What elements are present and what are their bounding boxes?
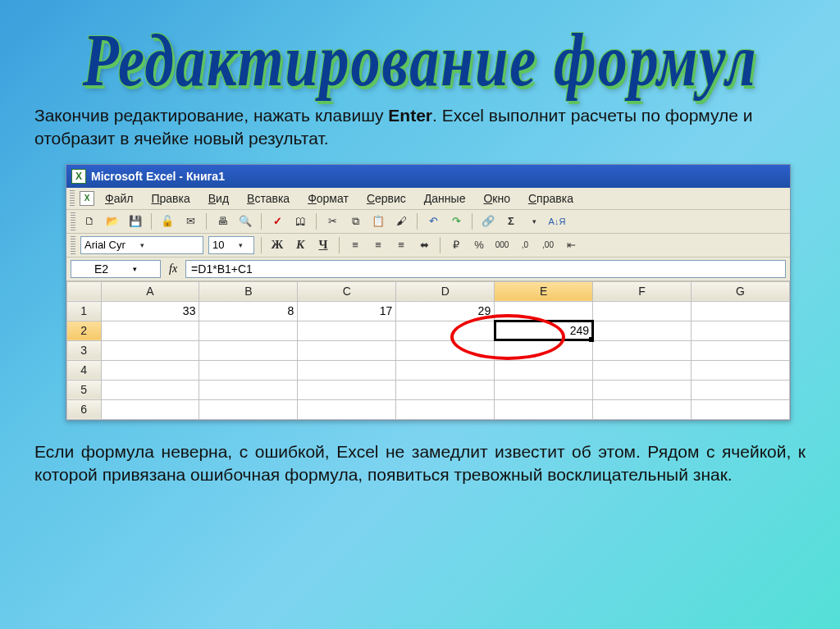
cell[interactable] <box>495 380 593 399</box>
cell[interactable] <box>298 399 396 419</box>
row-header-4[interactable]: 4 <box>67 360 102 380</box>
row-header-3[interactable]: 3 <box>67 340 102 360</box>
hyperlink-icon[interactable]: 🔗 <box>479 212 497 230</box>
menu-file[interactable]: Файл <box>98 190 140 207</box>
menu-data[interactable]: Данные <box>417 190 473 207</box>
cell[interactable] <box>593 399 692 419</box>
toolbar-grip[interactable] <box>71 212 75 230</box>
cell[interactable] <box>692 380 790 399</box>
paste-icon[interactable]: 📋 <box>369 212 387 230</box>
open-icon[interactable]: 📂 <box>103 212 121 230</box>
undo-icon[interactable]: ↶ <box>424 212 442 230</box>
cell[interactable] <box>298 360 396 380</box>
cell[interactable] <box>593 360 692 380</box>
cell-A3[interactable] <box>101 340 199 360</box>
autosum-icon[interactable]: Σ <box>502 212 520 230</box>
cell[interactable] <box>593 340 692 360</box>
preview-icon[interactable]: 🔍 <box>236 212 254 230</box>
align-center-icon[interactable]: ≡ <box>369 236 387 254</box>
mail-icon[interactable]: ✉ <box>181 212 199 230</box>
cell-F2[interactable] <box>593 321 692 340</box>
research-icon[interactable]: 🕮 <box>291 212 309 230</box>
control-menu-icon[interactable]: X <box>80 191 94 206</box>
cell-C1[interactable]: 17 <box>298 301 396 321</box>
menu-insert[interactable]: Вставка <box>240 190 297 207</box>
cell[interactable] <box>199 340 298 360</box>
menubar-grip[interactable] <box>70 190 75 207</box>
menu-tools[interactable]: Сервис <box>359 190 413 207</box>
fmtbar-grip[interactable] <box>71 236 75 254</box>
cell[interactable] <box>495 399 593 419</box>
copy-icon[interactable]: ⧉ <box>346 212 364 230</box>
cell[interactable] <box>495 360 593 380</box>
cell-B1[interactable]: 8 <box>199 301 298 321</box>
cell[interactable] <box>199 360 298 380</box>
cut-icon[interactable]: ✂ <box>323 212 341 230</box>
menu-help[interactable]: Справка <box>521 190 581 207</box>
cell-G2[interactable] <box>692 321 790 340</box>
cell[interactable] <box>692 340 790 360</box>
chevron-down-icon[interactable]: ▾ <box>525 212 543 230</box>
font-combo[interactable]: Arial Cyr ▾ <box>80 236 203 254</box>
comma-icon[interactable]: 000 <box>493 236 511 254</box>
cell[interactable] <box>692 360 790 380</box>
cell[interactable] <box>298 380 396 399</box>
col-header-F[interactable]: F <box>593 281 692 301</box>
menu-format[interactable]: Формат <box>300 190 356 207</box>
cell-E1[interactable] <box>495 301 593 321</box>
fx-icon[interactable]: fx <box>169 262 177 276</box>
formula-input[interactable]: =D1*B1+C1 <box>185 260 786 278</box>
cell[interactable] <box>396 360 495 380</box>
select-all-cell[interactable] <box>67 281 102 301</box>
inc-dec-icon[interactable]: ,0 <box>516 236 534 254</box>
row-header-6[interactable]: 6 <box>67 399 102 419</box>
format-painter-icon[interactable]: 🖌 <box>392 212 410 230</box>
italic-button[interactable]: К <box>291 236 309 254</box>
cell-D2[interactable] <box>396 321 495 340</box>
dec-dec-icon[interactable]: ,00 <box>539 236 557 254</box>
cell[interactable] <box>692 399 790 419</box>
cell[interactable] <box>396 380 495 399</box>
cell-A2[interactable] <box>101 321 199 340</box>
align-left-icon[interactable]: ≡ <box>346 236 364 254</box>
new-icon[interactable]: 🗋 <box>80 212 98 230</box>
spreadsheet-grid[interactable]: A B C D E F G 1 33 8 17 29 2 <box>66 281 790 420</box>
fontsize-combo[interactable]: 10 ▾ <box>208 236 254 254</box>
cell-G1[interactable] <box>692 301 790 321</box>
row-header-1[interactable]: 1 <box>67 301 102 321</box>
col-header-C[interactable]: C <box>298 281 396 301</box>
col-header-B[interactable]: B <box>199 281 298 301</box>
permission-icon[interactable]: 🔓 <box>158 212 176 230</box>
underline-button[interactable]: Ч <box>314 236 332 254</box>
sort-icon[interactable]: А↓Я <box>548 212 566 230</box>
cell[interactable] <box>199 399 298 419</box>
spellcheck-icon[interactable]: ✓ <box>268 212 286 230</box>
cell[interactable] <box>396 340 495 360</box>
menu-window[interactable]: Окно <box>476 190 518 207</box>
cell[interactable] <box>101 399 199 419</box>
cell[interactable] <box>495 340 593 360</box>
align-right-icon[interactable]: ≡ <box>392 236 410 254</box>
cell[interactable] <box>593 380 692 399</box>
cell-C2[interactable] <box>298 321 396 340</box>
name-box[interactable]: E2 ▾ <box>71 260 161 278</box>
cell[interactable] <box>396 399 495 419</box>
cell[interactable] <box>101 360 199 380</box>
save-icon[interactable]: 💾 <box>126 212 144 230</box>
currency-icon[interactable]: ₽ <box>447 236 465 254</box>
cell-E2[interactable]: 249 <box>495 321 593 340</box>
cell-F1[interactable] <box>593 301 692 321</box>
col-header-D[interactable]: D <box>396 281 495 301</box>
row-header-2[interactable]: 2 <box>67 321 102 340</box>
cell[interactable] <box>199 380 298 399</box>
indent-icon[interactable]: ⇤ <box>562 236 580 254</box>
cell-D1[interactable]: 29 <box>396 301 495 321</box>
col-header-A[interactable]: A <box>101 281 199 301</box>
cell-A1[interactable]: 33 <box>101 301 199 321</box>
redo-icon[interactable]: ↷ <box>447 212 465 230</box>
col-header-G[interactable]: G <box>692 281 790 301</box>
cell[interactable] <box>298 340 396 360</box>
cell[interactable] <box>101 380 199 399</box>
col-header-E[interactable]: E <box>495 281 593 301</box>
row-header-5[interactable]: 5 <box>67 380 102 399</box>
